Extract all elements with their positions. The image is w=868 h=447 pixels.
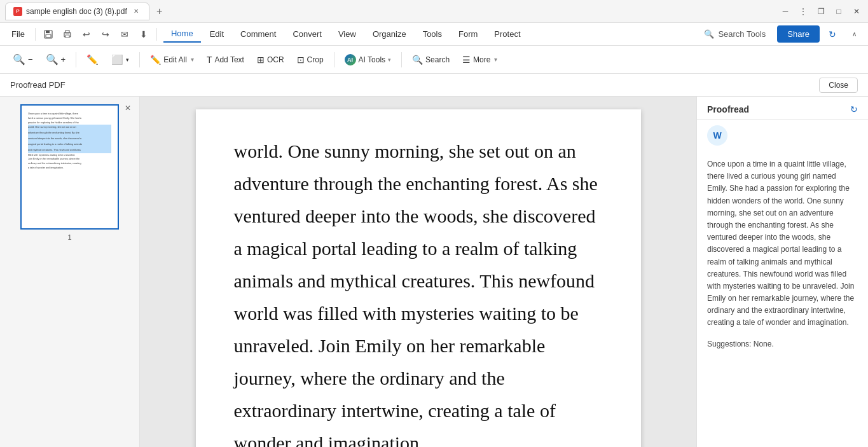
proofread-panel: Proofread ↻ W Once upon a time in a quai… <box>696 97 868 447</box>
more-icon: ☰ <box>462 55 471 65</box>
sidebar-close-button[interactable]: ✕ <box>121 102 134 114</box>
search-label: Search <box>425 55 450 64</box>
toolbar-divider-3 <box>334 52 334 67</box>
edit-all-button[interactable]: ✏️ Edit All <box>145 52 199 68</box>
edit-all-label: Edit All <box>163 55 187 64</box>
zoom-out-button[interactable]: 🔍 − <box>8 50 38 69</box>
ai-icon: AI <box>345 54 356 65</box>
print-button[interactable] <box>59 25 76 43</box>
undo-button[interactable]: ↩ <box>78 25 95 43</box>
ai-tools-button[interactable]: AI AI Tools ▾ <box>340 51 396 69</box>
more-label: More <box>473 55 490 64</box>
highlight-icon: ✏️ <box>86 54 99 65</box>
search-button[interactable]: 🔍 Search <box>407 52 455 68</box>
menu-divider <box>35 28 36 41</box>
add-text-icon: T <box>207 55 212 65</box>
main-area: ✕ Once upon a time in a quaint little vi… <box>0 97 868 447</box>
ocr-button[interactable]: ⊞ OCR <box>252 52 289 68</box>
menu-bar: File ↩ ↪ ✉ ⬇ Home Edit Comment Convert V… <box>0 23 868 46</box>
select-icon: ⬜ <box>111 54 123 65</box>
toolbar-divider-1 <box>76 52 76 67</box>
nav-tabs: Home Edit Comment Convert View Organize … <box>163 25 528 43</box>
title-bar: P sample english doc (3) (8).pdf ✕ + ─ ⋮… <box>0 0 868 23</box>
search-icon: 🔍 <box>704 29 714 39</box>
panel-icon-row: W <box>697 120 868 151</box>
page-number-label: 1 <box>67 233 71 241</box>
toolbar: 🔍 − 🔍 + ✏️ ⬜ ▾ ✏️ Edit All T Add Text ⊞ … <box>0 46 868 74</box>
ocr-label: OCR <box>267 55 284 64</box>
pdf-viewer[interactable]: world. One sunny morning, she set out on… <box>140 97 696 447</box>
select-button[interactable]: ⬜ ▾ <box>106 51 134 69</box>
tab-close-button[interactable]: ✕ <box>131 6 141 17</box>
tab-list: P sample english doc (3) (8).pdf ✕ + <box>5 3 167 20</box>
word-icon: W <box>707 125 727 146</box>
tab-form[interactable]: Form <box>451 26 485 42</box>
save-button[interactable] <box>39 25 57 43</box>
zoom-in-button[interactable]: 🔍 + <box>41 50 71 69</box>
tab-protect[interactable]: Protect <box>486 26 528 42</box>
download-button[interactable]: ⬇ <box>135 25 153 43</box>
restore-button[interactable]: ❐ <box>815 5 827 18</box>
crop-label: Crop <box>307 55 324 64</box>
add-text-button[interactable]: T Add Text <box>202 52 249 68</box>
more-button[interactable]: ⋮ <box>797 5 809 18</box>
tab-convert[interactable]: Convert <box>285 26 329 42</box>
redo-button[interactable]: ↪ <box>97 25 114 43</box>
tab-comment[interactable]: Comment <box>233 26 284 42</box>
share-button[interactable]: Share <box>777 25 820 43</box>
zoom-in-icon: 🔍 <box>46 53 59 65</box>
search-tools-label: Search Tools <box>718 29 766 39</box>
tab-view[interactable]: View <box>331 26 364 42</box>
panel-refresh-button[interactable]: ↻ <box>850 104 858 114</box>
pdf-text-content: world. One sunny morning, she set out on… <box>234 135 603 447</box>
thumbnail-image: Once upon a time in a quaint little vill… <box>24 108 115 226</box>
proofread-suggestions: Suggestions: None. <box>707 340 858 348</box>
crop-icon: ⊡ <box>297 55 305 65</box>
close-window-button[interactable]: ✕ <box>850 5 863 18</box>
panel-header: Proofread ↻ <box>697 97 868 120</box>
tab-edit[interactable]: Edit <box>202 26 231 42</box>
tab-organize[interactable]: Organize <box>365 26 414 42</box>
ai-tools-label: AI Tools <box>359 55 385 64</box>
zoom-out-icon: 🔍 <box>13 53 25 65</box>
edit-all-icon: ✏️ <box>150 55 161 65</box>
active-tab[interactable]: P sample english doc (3) (8).pdf ✕ <box>5 3 149 20</box>
ai-tools-arrow: ▾ <box>388 57 391 63</box>
menu-divider-2 <box>156 28 157 41</box>
tab-file-icon: P <box>13 7 22 16</box>
proofread-pdf-title: Proofread PDF <box>10 80 65 90</box>
proofread-body-text: Once upon a time in a quaint little vill… <box>707 158 858 329</box>
svg-rect-1 <box>46 31 50 33</box>
page-thumbnail[interactable]: Once upon a time in a quaint little vill… <box>20 104 119 230</box>
zoom-in-label: + <box>61 55 66 64</box>
panel-body: Once upon a time in a quaint little vill… <box>697 151 868 447</box>
zoom-out-label: − <box>28 55 33 64</box>
minimize-button[interactable]: ─ <box>779 5 792 18</box>
window-controls: ─ ⋮ ❐ □ ✕ <box>779 5 863 18</box>
email-button[interactable]: ✉ <box>116 25 134 43</box>
toolbar-divider-4 <box>401 52 402 67</box>
select-arrow: ▾ <box>126 57 129 63</box>
maximize-button[interactable]: □ <box>832 5 845 18</box>
svg-rect-5 <box>65 35 69 38</box>
tab-tools[interactable]: Tools <box>415 26 450 42</box>
proofread-close-button[interactable]: Close <box>819 78 858 93</box>
search-toolbar-icon: 🔍 <box>412 55 423 65</box>
highlight-button[interactable]: ✏️ <box>81 51 104 69</box>
crop-button[interactable]: ⊡ Crop <box>292 52 329 68</box>
pdf-page: world. One sunny morning, she set out on… <box>196 109 641 447</box>
search-tools-button[interactable]: 🔍 Search Tools <box>699 27 771 41</box>
file-menu[interactable]: File <box>5 27 31 41</box>
tab-home[interactable]: Home <box>163 25 201 43</box>
panel-title: Proofread <box>707 104 749 114</box>
tab-name: sample english doc (3) (8).pdf <box>26 7 127 16</box>
ocr-icon: ⊞ <box>257 55 265 65</box>
toolbar-divider-2 <box>139 52 140 67</box>
sync-button[interactable]: ↻ <box>823 25 841 43</box>
more-button[interactable]: ☰ More <box>457 52 502 68</box>
add-text-label: Add Text <box>214 55 244 64</box>
collapse-button[interactable]: ∧ <box>845 25 863 43</box>
proofread-header-bar: Proofread PDF Close <box>0 74 868 97</box>
new-tab-button[interactable]: + <box>152 4 167 19</box>
thumbnail-sidebar: ✕ Once upon a time in a quaint little vi… <box>0 97 140 447</box>
